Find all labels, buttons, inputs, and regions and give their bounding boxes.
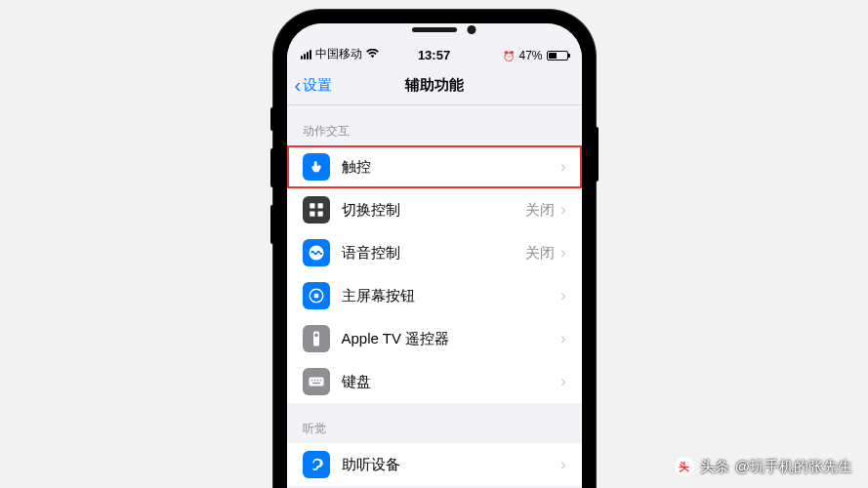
phone-side-button-right — [596, 127, 599, 182]
settings-list: 助听设备› — [287, 443, 582, 486]
chevron-left-icon: ‹ — [295, 74, 302, 97]
chevron-right-icon: › — [560, 287, 565, 305]
voice-control-icon — [303, 239, 330, 266]
svg-rect-1 — [317, 203, 322, 208]
row-label: 主屏幕按钮 — [342, 287, 561, 305]
settings-row[interactable]: 助听设备› — [287, 443, 582, 486]
back-button[interactable]: ‹ 设置 — [295, 74, 333, 97]
chevron-right-icon: › — [560, 244, 565, 262]
svg-rect-2 — [310, 212, 314, 217]
settings-row[interactable]: 切换控制关闭› — [287, 188, 582, 231]
touch-icon — [303, 153, 330, 181]
hearing-icon — [303, 451, 330, 478]
appletv-remote-icon — [303, 325, 330, 352]
back-label: 设置 — [303, 76, 332, 95]
carrier-label: 中国移动 — [315, 46, 362, 62]
svg-rect-6 — [313, 294, 318, 299]
settings-row[interactable]: 触控› — [287, 145, 582, 188]
svg-point-8 — [314, 333, 318, 337]
chevron-right-icon: › — [560, 201, 565, 219]
settings-row[interactable]: Apple TV 遥控器› — [287, 317, 582, 360]
svg-rect-10 — [310, 380, 312, 382]
chevron-right-icon: › — [560, 330, 565, 347]
svg-rect-14 — [312, 383, 320, 385]
watermark-handle: @玩手机的张先生 — [735, 458, 852, 476]
phone-speaker — [412, 27, 457, 32]
status-time: 13:57 — [418, 48, 450, 62]
nav-bar: ‹ 设置 辅助功能 — [287, 66, 582, 105]
row-label: 键盘 — [342, 373, 561, 391]
settings-row[interactable]: 语音控制关闭› — [287, 231, 582, 274]
settings-row[interactable]: 主屏幕按钮› — [287, 274, 582, 317]
watermark-logo-icon: 头 — [675, 457, 694, 476]
watermark-prefix: 头条 — [700, 458, 729, 476]
svg-rect-11 — [313, 380, 315, 382]
phone-camera — [467, 25, 475, 34]
section-header: 动作交互 — [287, 105, 582, 145]
section-header: 听觉 — [287, 403, 582, 443]
svg-rect-0 — [310, 203, 314, 208]
alarm-icon: ⏰ — [503, 51, 515, 61]
keyboard-icon — [303, 368, 330, 395]
row-value: 关闭 — [525, 201, 555, 220]
battery-percent: 47% — [518, 49, 542, 62]
settings-list: 触控›切换控制关闭›语音控制关闭›主屏幕按钮›Apple TV 遥控器›键盘› — [287, 145, 582, 403]
phone-frame: 中国移动 13:57 ⏰ 47% ‹ 设置 辅助功能 — [273, 10, 596, 488]
chevron-right-icon: › — [560, 373, 565, 390]
svg-rect-9 — [309, 378, 323, 386]
settings-row[interactable]: 键盘› — [287, 360, 582, 403]
svg-rect-13 — [319, 380, 321, 382]
row-label: 触控 — [342, 158, 561, 177]
wifi-icon — [366, 49, 379, 61]
screen: 中国移动 13:57 ⏰ 47% ‹ 设置 辅助功能 — [287, 23, 582, 488]
svg-rect-12 — [316, 380, 318, 382]
signal-icon — [301, 50, 311, 60]
row-label: 助听设备 — [342, 456, 561, 474]
row-label: 语音控制 — [342, 244, 526, 263]
page-title: 辅助功能 — [405, 76, 464, 95]
home-button-icon — [303, 282, 330, 309]
battery-fill — [549, 53, 557, 59]
svg-rect-3 — [317, 212, 322, 217]
row-value: 关闭 — [525, 244, 555, 263]
battery-icon — [547, 51, 568, 61]
settings-content[interactable]: 动作交互触控›切换控制关闭›语音控制关闭›主屏幕按钮›Apple TV 遥控器›… — [287, 105, 582, 488]
chevron-right-icon: › — [560, 158, 565, 176]
phone-side-buttons-left — [270, 107, 273, 262]
row-label: 切换控制 — [342, 201, 526, 220]
row-label: Apple TV 遥控器 — [342, 330, 561, 348]
watermark: 头 头条 @玩手机的张先生 — [675, 457, 852, 476]
chevron-right-icon: › — [560, 456, 565, 473]
switch-control-icon — [303, 196, 330, 224]
